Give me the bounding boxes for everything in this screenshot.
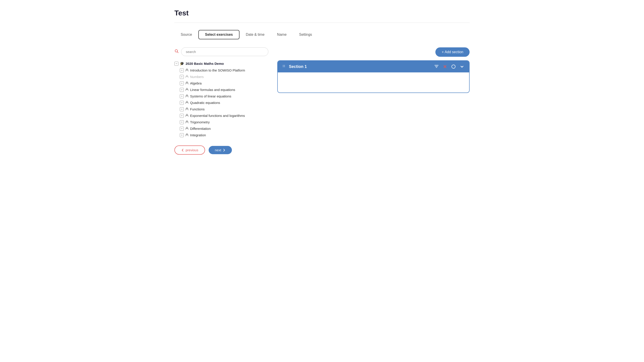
topic-icon-diff bbox=[185, 126, 189, 131]
svg-point-8 bbox=[186, 82, 188, 83]
svg-point-30 bbox=[186, 128, 186, 129]
svg-point-12 bbox=[186, 89, 186, 90]
svg-rect-36 bbox=[284, 65, 285, 66]
svg-point-6 bbox=[186, 76, 186, 77]
tree-item-functions[interactable]: + Functions bbox=[180, 106, 268, 112]
section-card: Section 1 bbox=[277, 60, 470, 93]
tree-item-diff-label: Differentiation bbox=[190, 127, 211, 130]
previous-label: previous bbox=[186, 148, 198, 152]
svg-point-22 bbox=[188, 109, 188, 109]
tree-item-trig-label: Trigonometry bbox=[190, 120, 210, 124]
tab-date-time[interactable]: Date & time bbox=[240, 30, 271, 39]
tree-item-quadratic[interactable]: + Quadratic equations bbox=[180, 99, 268, 106]
svg-point-20 bbox=[186, 108, 188, 109]
expand-trig-icon[interactable]: + bbox=[180, 120, 184, 124]
topic-icon-linear bbox=[185, 88, 189, 92]
collapse-root-icon[interactable]: − bbox=[174, 62, 178, 66]
expand-linear-icon[interactable]: + bbox=[180, 88, 184, 92]
page-title: Test bbox=[174, 9, 470, 17]
chevron-down-section-button[interactable] bbox=[459, 64, 465, 69]
tab-source[interactable]: Source bbox=[174, 30, 198, 39]
previous-button[interactable]: previous bbox=[174, 145, 205, 155]
tree-item-intro-label: Introduction to the SOWISO Platform bbox=[190, 68, 245, 72]
content-area: − 🎓 2020 Basic Maths Demo + bbox=[174, 47, 470, 138]
svg-point-5 bbox=[186, 75, 188, 76]
expand-systems-icon[interactable]: + bbox=[180, 94, 184, 98]
expand-intro-icon[interactable]: + bbox=[180, 68, 184, 72]
topic-icon-numbers bbox=[185, 75, 189, 79]
svg-point-33 bbox=[186, 134, 186, 135]
left-panel: − 🎓 2020 Basic Maths Demo + bbox=[174, 47, 268, 138]
expand-diff-icon[interactable]: + bbox=[180, 127, 184, 131]
svg-point-2 bbox=[186, 69, 188, 70]
tree-item-systems[interactable]: + Systems of linear equations bbox=[180, 93, 268, 99]
tabs-container: Source Select exercises Date & time Name… bbox=[174, 30, 470, 39]
svg-point-14 bbox=[186, 95, 188, 96]
svg-point-25 bbox=[188, 115, 188, 116]
tree-item-linear-label: Linear formulas and equations bbox=[190, 88, 235, 92]
search-icon bbox=[174, 49, 179, 54]
tree-item-diff[interactable]: + Differentiation bbox=[180, 125, 268, 132]
tree-item-linear[interactable]: + Linear formulas and equations bbox=[180, 86, 268, 93]
chevron-right-icon bbox=[222, 149, 226, 152]
expand-functions-icon[interactable]: + bbox=[180, 107, 184, 111]
filter-section-button[interactable] bbox=[434, 64, 439, 69]
tree-item-trig[interactable]: + Trigonometry bbox=[180, 119, 268, 125]
svg-rect-35 bbox=[283, 65, 284, 66]
topic-icon-systems bbox=[185, 94, 189, 98]
expand-integration-icon[interactable]: + bbox=[180, 133, 184, 137]
next-label: next bbox=[215, 148, 221, 152]
tab-select-exercises[interactable]: Select exercises bbox=[198, 30, 240, 39]
topic-icon-functions bbox=[185, 107, 189, 111]
svg-point-23 bbox=[186, 114, 188, 115]
topic-icon-exponential bbox=[185, 113, 189, 118]
tree-item-integration-label: Integration bbox=[190, 133, 206, 137]
section-body bbox=[278, 72, 469, 92]
svg-point-28 bbox=[188, 122, 188, 122]
tree-item-numbers-label: Numbers bbox=[190, 75, 204, 79]
tree-children: + Introduction to the SOWISO Platform bbox=[174, 67, 268, 138]
tree-item-algebra[interactable]: + Algebra bbox=[180, 80, 268, 86]
svg-point-4 bbox=[188, 70, 188, 70]
expand-quadratic-icon[interactable]: + bbox=[180, 101, 184, 105]
next-button[interactable]: next bbox=[209, 146, 232, 154]
filter-icon bbox=[434, 64, 439, 69]
page-divider bbox=[174, 22, 470, 23]
svg-point-34 bbox=[188, 134, 188, 135]
add-section-button[interactable]: + Add section bbox=[435, 47, 470, 57]
topic-icon-quadratic bbox=[185, 100, 189, 105]
topic-icon-intro bbox=[185, 68, 189, 72]
tree-item-integration[interactable]: + Integration bbox=[180, 132, 268, 138]
search-input[interactable] bbox=[181, 47, 268, 56]
svg-point-9 bbox=[186, 83, 186, 83]
right-panel: + Add section Section 1 bbox=[277, 47, 470, 93]
delete-section-button[interactable] bbox=[442, 64, 448, 69]
svg-rect-38 bbox=[284, 66, 285, 67]
tree-item-exponential[interactable]: + Exponential functions and logarithms bbox=[180, 112, 268, 119]
svg-point-11 bbox=[186, 88, 188, 89]
expand-exponential-icon[interactable]: + bbox=[180, 114, 184, 118]
footer-buttons: previous next bbox=[174, 145, 470, 155]
circle-section-button[interactable] bbox=[451, 64, 456, 69]
svg-point-26 bbox=[186, 121, 188, 122]
svg-point-32 bbox=[186, 134, 188, 135]
expand-algebra-icon[interactable]: + bbox=[180, 81, 184, 85]
chevron-left-icon bbox=[181, 149, 184, 152]
graduation-icon: 🎓 bbox=[180, 61, 184, 66]
topic-icon-integration bbox=[185, 133, 189, 137]
svg-point-13 bbox=[188, 89, 188, 90]
tree-root-label: 2020 Basic Maths Demo bbox=[186, 62, 224, 65]
tab-settings[interactable]: Settings bbox=[293, 30, 318, 39]
tree-item-numbers: + Numbers bbox=[180, 73, 268, 80]
drag-handle-icon[interactable] bbox=[282, 64, 286, 69]
tree-item-intro[interactable]: + Introduction to the SOWISO Platform bbox=[180, 67, 268, 73]
svg-point-16 bbox=[188, 96, 188, 96]
topic-tree: − 🎓 2020 Basic Maths Demo + bbox=[174, 60, 268, 138]
svg-point-29 bbox=[186, 127, 188, 128]
tree-item-exponential-label: Exponential functions and logarithms bbox=[190, 114, 245, 117]
expand-numbers-icon[interactable]: + bbox=[180, 75, 184, 79]
svg-point-18 bbox=[186, 102, 186, 103]
svg-point-15 bbox=[186, 96, 186, 96]
tree-item-quadratic-label: Quadratic equations bbox=[190, 101, 220, 105]
tab-name[interactable]: Name bbox=[271, 30, 293, 39]
